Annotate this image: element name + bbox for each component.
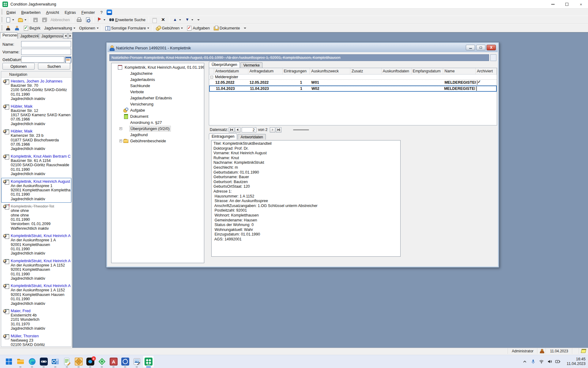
first-record-button[interactable] — [229, 127, 234, 132]
toolbar-overflow[interactable] — [195, 16, 202, 23]
taskbar-outlook[interactable] — [50, 355, 61, 368]
person-name[interactable]: Komplettnik, Knut Alwin Bertram Christ — [11, 154, 70, 159]
close-button[interactable]: × — [574, 0, 588, 9]
gebuehren-menu[interactable]: Gebühren — [154, 25, 184, 32]
nav-person-item[interactable]: !Komplettnik, Theodor Totohne ohneohne o… — [1, 203, 71, 232]
tab-scroll-right[interactable] — [68, 33, 73, 39]
taskbar-image-editor[interactable] — [131, 355, 142, 368]
menubar-grip[interactable] — [1, 10, 2, 15]
taskbar-green-diamond-app[interactable] — [96, 355, 107, 368]
teamviewer-menu-icon[interactable] — [107, 10, 112, 15]
menu-datei[interactable]: Datei — [4, 10, 18, 15]
child-minimize-button[interactable] — [466, 45, 475, 50]
taskbar-jagdverwaltung[interactable] — [143, 355, 154, 368]
person-summary-button[interactable] — [490, 54, 496, 61]
person-name[interactable]: Komplettnik, Knut Heinrich August — [11, 179, 70, 184]
tab-antwortdaten[interactable]: Antwortdaten — [238, 134, 266, 140]
child-restore-button[interactable] — [476, 45, 485, 50]
calendar-button[interactable] — [65, 56, 71, 63]
properties-button[interactable] — [150, 16, 159, 23]
nav-person-item[interactable]: Hübler, MaikKamenzer Str. 23 b01877 SAKD… — [1, 128, 71, 153]
menu-ansicht[interactable]: Ansicht — [43, 10, 62, 15]
tab-jagdgenossen[interactable]: Jagdgenossen — [39, 33, 63, 39]
grid-row[interactable]: 11.04.202311.04.20231W02MELDEREGISTER — [209, 86, 497, 92]
menu-extras[interactable]: Extras — [62, 10, 79, 15]
child-close-button[interactable]: X — [487, 45, 496, 50]
column-header[interactable]: Empfangsdatum — [412, 68, 443, 74]
archiviert-checkbox[interactable] — [476, 86, 477, 91]
column-header[interactable]: Name — [443, 68, 476, 74]
save-all-button[interactable] — [40, 16, 48, 23]
bezirk-button[interactable]: Bezirk — [22, 25, 42, 32]
wifi-icon[interactable] — [539, 359, 544, 364]
jagdverwaltung-menu[interactable]: Jagdverwaltung — [43, 25, 77, 32]
menu-bearbeiten[interactable]: Bearbeiten — [18, 10, 43, 15]
navigate-down-button[interactable] — [183, 16, 195, 23]
column-header[interactable]: Auskunftszweck — [310, 68, 350, 74]
nav-person-item[interactable]: Müller, ThorstenNeißeweg 2302100 SAKD Gö… — [1, 332, 71, 347]
tree-item-anordnung-n-27[interactable]: Anordnung n. §27 — [111, 119, 204, 125]
person-name[interactable]: KomplettnikStrukt, Knut Heinrich Augu — [11, 283, 70, 288]
tree-root-item[interactable]: -Komplettnik, Knut Heinrich August, 01.0… — [111, 64, 204, 70]
person-button[interactable] — [13, 25, 21, 32]
tree-item-jagdscheine[interactable]: Jagdscheine — [111, 70, 204, 76]
nav-person-item[interactable]: Maier, FredExistiernicht 4b2101 Wunderli… — [1, 307, 71, 332]
tab-personen[interactable]: Personen — [0, 32, 17, 39]
taskbar-ie-app[interactable] — [119, 355, 131, 368]
column-header[interactable]: Auskunftsdaten — [382, 68, 412, 74]
suchen-button[interactable]: Suchen — [38, 63, 70, 70]
grid-row[interactable]: 12.05.202212.05.20221W01MELDEREGISTER — [209, 80, 497, 86]
nav-person-item[interactable]: Hesters, Jochen Jo JohannesBautzner Str.… — [1, 78, 71, 103]
taskbar-edge[interactable] — [26, 355, 38, 368]
optionen-menu[interactable]: Optionen — [77, 25, 100, 32]
tab-jagdbezirke[interactable]: Jagdbezirke — [18, 33, 39, 39]
abort-button[interactable]: Abbrechen — [49, 16, 71, 23]
column-header[interactable]: Eintragungen — [283, 68, 310, 74]
tab-vermerke[interactable]: Vermerke — [240, 62, 262, 68]
toolbar2-overflow[interactable] — [242, 25, 248, 32]
navigate-up-button[interactable] — [171, 16, 183, 23]
statusbar-note-cell[interactable] — [579, 348, 588, 354]
tree-item-dokument[interactable]: Dokument — [111, 113, 204, 119]
taskbar-forms-app[interactable] — [73, 355, 84, 368]
tree-item-gebührenbescheide[interactable]: +Gebührenbescheide — [111, 138, 204, 144]
expander-icon[interactable]: + — [119, 127, 122, 130]
nav-person-item[interactable]: Komplettnik, Knut Heinrich AugustAn der … — [1, 178, 71, 203]
column-header[interactable]: Antwortdatum — [214, 68, 248, 74]
sonstige-formulare-menu[interactable]: Sonstige Formulare — [104, 25, 151, 32]
advanced-search-button[interactable]: Erweiterte Suche — [107, 16, 147, 23]
tab-scroll-left[interactable] — [63, 33, 68, 39]
column-header[interactable]: Archiviert — [476, 68, 497, 74]
person-name[interactable]: Hübler, Maik — [11, 129, 70, 133]
grid-group-row[interactable]: - Melderegister — [209, 75, 497, 80]
delete-button[interactable] — [159, 16, 168, 23]
person-window-titlebar[interactable]: Natürliche Person 14992001 - Komplettnik… — [107, 44, 498, 52]
gebdatum-input[interactable] — [21, 56, 64, 63]
nav-person-item[interactable]: Komplettnik, Knut Alwin Bertram ChristBa… — [1, 153, 71, 178]
column-header[interactable] — [209, 68, 214, 74]
dokumente-button[interactable]: Dokumente — [212, 25, 241, 32]
taskbar-text-editor[interactable] — [61, 355, 73, 368]
tree-item-versicherung[interactable]: Versicherung — [111, 101, 204, 107]
taskbar-access[interactable]: A — [108, 355, 119, 368]
person-name[interactable]: Komplettnik, Theodor Tot — [11, 204, 70, 209]
new-button[interactable] — [4, 16, 16, 23]
save-button[interactable] — [31, 16, 40, 23]
maximize-button[interactable] — [560, 0, 574, 9]
person-name[interactable]: KomplettnikStrukt, Knut Heinrich Augu — [11, 259, 70, 263]
tree-item-jagdhund[interactable]: Jagdhund — [111, 132, 204, 138]
open-button[interactable] — [16, 16, 28, 23]
aufgaben-button[interactable]: Aufgaben — [185, 25, 211, 32]
tab-eintragungen[interactable]: Eintragungen — [209, 133, 237, 140]
microphone-icon[interactable] — [530, 359, 536, 364]
record-slider[interactable] — [293, 129, 309, 130]
toolbar-modules-grip[interactable] — [1, 25, 2, 31]
column-header[interactable]: Zusatz — [350, 68, 382, 74]
person-name[interactable]: Maier, Fred — [11, 309, 70, 313]
next-record-button[interactable] — [270, 127, 275, 132]
last-record-button[interactable] — [276, 127, 281, 132]
print-button[interactable] — [75, 16, 83, 23]
person-name[interactable]: KomplettnikStrukt, Knut Heinrich Augu — [11, 233, 70, 238]
tree-item-verbote[interactable]: Verbote — [111, 89, 204, 95]
person-name[interactable]: Müller, Thorsten — [11, 334, 70, 338]
